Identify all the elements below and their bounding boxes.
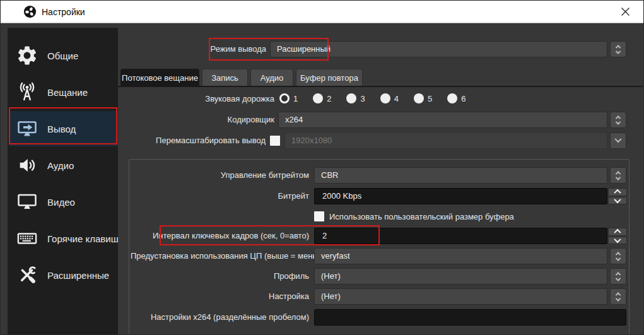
profile-select[interactable]: (Нет) [314,268,607,285]
audio-track-radio-group: 1 2 3 4 5 6 [279,93,465,103]
sidebar-item-label: Аудио [47,160,74,171]
speaker-icon [15,154,38,177]
tools-icon [15,264,38,287]
x264-options-input[interactable] [314,309,626,326]
broadcast-icon [15,81,38,104]
rate-control-label: Управление битрейтом [131,167,309,184]
output-icon [15,117,38,141]
output-mode-select-arrows[interactable] [610,41,626,57]
close-icon[interactable] [612,1,638,23]
keyframe-interval-label: Интервал ключевых кадров (сек, 0=авто) [131,228,309,244]
radio-label: 4 [394,94,399,103]
chevron-up-icon [614,229,621,236]
radio-track-6[interactable] [447,93,457,103]
cpu-preset-select-arrows[interactable] [610,248,626,264]
tab-underline [118,86,643,87]
chevron-down-icon [614,196,621,203]
custom-buffer-checkbox[interactable] [314,211,324,221]
sidebar-item-hotkeys[interactable]: Горячие клавиши [9,221,118,256]
rescale-output-checkbox[interactable] [270,136,280,146]
chevron-up-icon [614,189,621,196]
chevron-down-icon [614,236,621,243]
radio-track-3[interactable] [346,93,356,103]
settings-nav: Общие Вещание Вывод [8,28,118,334]
radio-label: 6 [461,94,465,103]
chevron-down-icon [614,135,621,142]
encoder-select-arrows[interactable] [610,112,626,128]
monitor-icon [15,191,38,214]
encoder-select[interactable]: x264 [278,112,607,128]
audio-track-label: Звуковая дорожка [118,92,274,106]
sidebar-item-video[interactable]: Видео [9,184,118,220]
sidebar-item-audio[interactable]: Аудио [9,148,118,183]
keyframe-interval-spinbox[interactable]: 2 [314,228,607,244]
sidebar-item-general[interactable]: Общие [9,38,118,73]
gear-icon [15,44,38,68]
tune-select-arrows[interactable] [610,288,626,305]
rescale-output-label: Перемасштабировать вывод [118,132,266,149]
sidebar-item-advanced[interactable]: Расширенные [9,257,118,293]
chevron-down-icon [616,276,621,281]
cpu-preset-select[interactable]: veryfast [314,248,607,264]
sidebar-item-label: Расширенные [47,270,109,281]
radio-track-2[interactable] [313,93,323,103]
settings-window: Настройки Общие Вещание [0,0,644,335]
chevron-down-icon [616,49,621,54]
radio-label: 1 [293,94,298,103]
radio-label: 5 [428,94,432,103]
cpu-preset-label: Предустановка использования ЦП (выше = м… [131,248,309,264]
rate-control-select-arrows[interactable] [610,167,626,184]
tab-recording[interactable]: Запись [202,69,248,86]
sidebar-item-output[interactable]: Вывод [9,111,118,146]
bitrate-spinbox[interactable]: 2000 Kbps [314,188,607,204]
chevron-down-icon [616,296,621,301]
sidebar-item-stream[interactable]: Вещание [9,74,118,110]
keyboard-icon [15,227,38,250]
sidebar-item-label: Горячие клавиши [47,233,118,244]
radio-track-4[interactable] [380,93,390,103]
custom-buffer-label: Использовать пользовательский размер буф… [329,212,514,222]
tab-replay-buffer[interactable]: Буфер повтора [296,69,363,86]
window-title: Настройки [42,7,85,17]
tune-label: Настройка [131,288,309,305]
chevron-down-icon [616,256,621,261]
sidebar-item-label: Вещание [47,87,88,98]
profile-select-arrows[interactable] [610,268,626,285]
radio-track-1[interactable] [279,93,290,103]
x264-options-label: Настройки x264 (разделённые пробелом) [131,309,309,326]
keyframe-spin-buttons [608,228,627,244]
output-settings-panel: Режим вывода Расширенный Потоковое вещан… [118,23,643,334]
radio-label: 2 [327,94,331,103]
title-bar: Настройки [1,1,643,23]
tab-streaming[interactable]: Потоковое вещание [120,69,199,86]
bitrate-spin-buttons [608,188,627,204]
radio-track-5[interactable] [414,93,424,103]
chevron-down-icon [616,119,621,124]
radio-label: 3 [360,94,365,103]
sidebar-item-label: Видео [47,197,75,208]
encoder-label: Кодировщик [118,112,274,128]
sidebar-item-label: Общие [47,50,78,61]
spin-down-button[interactable] [608,197,627,205]
spin-up-button[interactable] [608,228,627,236]
output-mode-label: Режим вывода [118,41,266,57]
rate-control-select[interactable]: CBR [314,167,607,184]
profile-label: Профиль [131,268,309,285]
output-mode-select[interactable]: Расширенный [270,41,607,57]
bitrate-label: Битрейт [131,188,309,204]
sidebar-item-label: Вывод [47,124,76,134]
spin-down-button[interactable] [608,237,627,245]
rescale-resolution-select: 1920x1080 [284,132,607,149]
obs-logo-icon [23,5,37,18]
rescale-resolution-dropdown [610,132,626,149]
chevron-down-icon [616,175,621,180]
spin-up-button[interactable] [608,188,627,196]
tab-audio[interactable]: Аудио [250,69,293,86]
tune-select[interactable]: (Нет) [314,288,607,305]
